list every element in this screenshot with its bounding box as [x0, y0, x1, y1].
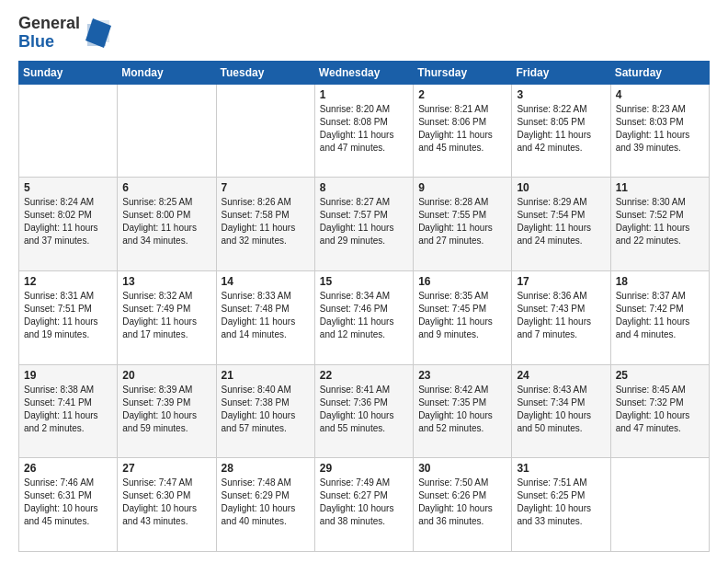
- weekday-tuesday: Tuesday: [216, 61, 314, 84]
- day-info-22: Sunrise: 8:41 AM Sunset: 7:36 PM Dayligh…: [320, 384, 408, 435]
- day-number-21: 21: [222, 369, 310, 382]
- weekday-saturday: Saturday: [610, 61, 709, 84]
- day-cell-18: 18Sunrise: 8:37 AM Sunset: 7:42 PM Dayli…: [610, 270, 709, 364]
- day-cell-20: 20Sunrise: 8:39 AM Sunset: 7:39 PM Dayli…: [118, 364, 216, 458]
- day-info-21: Sunrise: 8:40 AM Sunset: 7:38 PM Dayligh…: [222, 384, 310, 435]
- day-number-2: 2: [418, 88, 506, 101]
- day-cell-3: 3Sunrise: 8:22 AM Sunset: 8:05 PM Daylig…: [512, 84, 610, 178]
- day-info-14: Sunrise: 8:33 AM Sunset: 7:48 PM Dayligh…: [222, 290, 310, 341]
- day-info-2: Sunrise: 8:21 AM Sunset: 8:06 PM Dayligh…: [418, 103, 506, 155]
- week-row-3: 12Sunrise: 8:31 AM Sunset: 7:51 PM Dayli…: [19, 270, 710, 364]
- day-info-28: Sunrise: 7:48 AM Sunset: 6:29 PM Dayligh…: [222, 477, 310, 528]
- day-cell-13: 13Sunrise: 8:32 AM Sunset: 7:49 PM Dayli…: [118, 270, 216, 364]
- day-info-1: Sunrise: 8:20 AM Sunset: 8:08 PM Dayligh…: [320, 103, 408, 155]
- day-cell-29: 29Sunrise: 7:49 AM Sunset: 6:27 PM Dayli…: [314, 458, 413, 552]
- day-info-5: Sunrise: 8:24 AM Sunset: 8:02 PM Dayligh…: [24, 196, 112, 247]
- day-number-16: 16: [418, 275, 506, 288]
- logo-icon: [84, 17, 113, 50]
- day-number-25: 25: [616, 369, 704, 382]
- day-cell-7: 7Sunrise: 8:26 AM Sunset: 7:58 PM Daylig…: [216, 178, 314, 271]
- day-cell-25: 25Sunrise: 8:45 AM Sunset: 7:32 PM Dayli…: [610, 364, 709, 458]
- day-number-17: 17: [517, 275, 605, 288]
- day-info-25: Sunrise: 8:45 AM Sunset: 7:32 PM Dayligh…: [616, 384, 704, 435]
- day-cell-14: 14Sunrise: 8:33 AM Sunset: 7:48 PM Dayli…: [216, 270, 314, 364]
- day-number-11: 11: [616, 181, 704, 194]
- week-row-2: 5Sunrise: 8:24 AM Sunset: 8:02 PM Daylig…: [19, 178, 710, 271]
- day-info-26: Sunrise: 7:46 AM Sunset: 6:31 PM Dayligh…: [24, 477, 112, 528]
- header: General Blue: [18, 15, 710, 52]
- day-cell-23: 23Sunrise: 8:42 AM Sunset: 7:35 PM Dayli…: [414, 364, 512, 458]
- weekday-wednesday: Wednesday: [314, 61, 413, 84]
- day-info-29: Sunrise: 7:49 AM Sunset: 6:27 PM Dayligh…: [320, 477, 408, 528]
- empty-cell: [118, 84, 216, 178]
- day-cell-11: 11Sunrise: 8:30 AM Sunset: 7:52 PM Dayli…: [610, 178, 709, 271]
- logo-blue: Blue: [18, 32, 54, 51]
- weekday-sunday: Sunday: [19, 61, 118, 84]
- day-cell-15: 15Sunrise: 8:34 AM Sunset: 7:46 PM Dayli…: [314, 270, 413, 364]
- day-cell-28: 28Sunrise: 7:48 AM Sunset: 6:29 PM Dayli…: [216, 458, 314, 552]
- day-info-11: Sunrise: 8:30 AM Sunset: 7:52 PM Dayligh…: [616, 196, 704, 247]
- day-number-9: 9: [418, 181, 506, 194]
- day-number-26: 26: [24, 462, 112, 475]
- page: General Blue SundayMondayTuesdayWednesda…: [0, 0, 728, 563]
- day-cell-9: 9Sunrise: 8:28 AM Sunset: 7:55 PM Daylig…: [414, 178, 512, 271]
- empty-cell: [216, 84, 314, 178]
- day-cell-10: 10Sunrise: 8:29 AM Sunset: 7:54 PM Dayli…: [512, 178, 610, 271]
- day-number-5: 5: [24, 181, 112, 194]
- day-info-3: Sunrise: 8:22 AM Sunset: 8:05 PM Dayligh…: [517, 103, 605, 155]
- weekday-header-row: SundayMondayTuesdayWednesdayThursdayFrid…: [19, 61, 710, 84]
- day-cell-6: 6Sunrise: 8:25 AM Sunset: 8:00 PM Daylig…: [118, 178, 216, 271]
- day-number-29: 29: [320, 462, 408, 475]
- day-info-8: Sunrise: 8:27 AM Sunset: 7:57 PM Dayligh…: [320, 196, 408, 247]
- day-info-12: Sunrise: 8:31 AM Sunset: 7:51 PM Dayligh…: [24, 290, 112, 341]
- day-cell-17: 17Sunrise: 8:36 AM Sunset: 7:43 PM Dayli…: [512, 270, 610, 364]
- day-info-24: Sunrise: 8:43 AM Sunset: 7:34 PM Dayligh…: [517, 384, 605, 435]
- week-row-4: 19Sunrise: 8:38 AM Sunset: 7:41 PM Dayli…: [19, 364, 710, 458]
- day-number-14: 14: [222, 275, 310, 288]
- day-info-18: Sunrise: 8:37 AM Sunset: 7:42 PM Dayligh…: [616, 290, 704, 341]
- day-cell-12: 12Sunrise: 8:31 AM Sunset: 7:51 PM Dayli…: [19, 270, 118, 364]
- day-number-22: 22: [320, 369, 408, 382]
- day-info-4: Sunrise: 8:23 AM Sunset: 8:03 PM Dayligh…: [616, 103, 704, 155]
- day-cell-26: 26Sunrise: 7:46 AM Sunset: 6:31 PM Dayli…: [19, 458, 118, 552]
- day-info-23: Sunrise: 8:42 AM Sunset: 7:35 PM Dayligh…: [418, 384, 506, 435]
- day-cell-21: 21Sunrise: 8:40 AM Sunset: 7:38 PM Dayli…: [216, 364, 314, 458]
- day-number-27: 27: [122, 462, 210, 475]
- day-number-15: 15: [320, 275, 408, 288]
- day-number-6: 6: [122, 181, 210, 194]
- day-number-23: 23: [418, 369, 506, 382]
- day-number-19: 19: [24, 369, 112, 382]
- day-info-27: Sunrise: 7:47 AM Sunset: 6:30 PM Dayligh…: [122, 477, 210, 528]
- weekday-thursday: Thursday: [414, 61, 512, 84]
- day-info-17: Sunrise: 8:36 AM Sunset: 7:43 PM Dayligh…: [517, 290, 605, 341]
- week-row-5: 26Sunrise: 7:46 AM Sunset: 6:31 PM Dayli…: [19, 458, 710, 552]
- day-info-20: Sunrise: 8:39 AM Sunset: 7:39 PM Dayligh…: [122, 384, 210, 435]
- day-cell-5: 5Sunrise: 8:24 AM Sunset: 8:02 PM Daylig…: [19, 178, 118, 271]
- day-number-10: 10: [517, 181, 605, 194]
- day-cell-24: 24Sunrise: 8:43 AM Sunset: 7:34 PM Dayli…: [512, 364, 610, 458]
- day-cell-16: 16Sunrise: 8:35 AM Sunset: 7:45 PM Dayli…: [414, 270, 512, 364]
- day-number-20: 20: [122, 369, 210, 382]
- day-number-24: 24: [517, 369, 605, 382]
- day-number-3: 3: [517, 88, 605, 101]
- day-info-15: Sunrise: 8:34 AM Sunset: 7:46 PM Dayligh…: [320, 290, 408, 341]
- day-number-28: 28: [222, 462, 310, 475]
- logo-general: General: [18, 14, 80, 32]
- day-cell-30: 30Sunrise: 7:50 AM Sunset: 6:26 PM Dayli…: [414, 458, 512, 552]
- day-info-19: Sunrise: 8:38 AM Sunset: 7:41 PM Dayligh…: [24, 384, 112, 435]
- empty-cell: [19, 84, 118, 178]
- day-info-31: Sunrise: 7:51 AM Sunset: 6:25 PM Dayligh…: [517, 477, 605, 528]
- weekday-monday: Monday: [118, 61, 216, 84]
- day-info-13: Sunrise: 8:32 AM Sunset: 7:49 PM Dayligh…: [122, 290, 210, 341]
- day-cell-1: 1Sunrise: 8:20 AM Sunset: 8:08 PM Daylig…: [314, 84, 413, 178]
- day-info-6: Sunrise: 8:25 AM Sunset: 8:00 PM Dayligh…: [122, 196, 210, 247]
- day-number-1: 1: [320, 88, 408, 101]
- day-info-9: Sunrise: 8:28 AM Sunset: 7:55 PM Dayligh…: [418, 196, 506, 247]
- day-cell-19: 19Sunrise: 8:38 AM Sunset: 7:41 PM Dayli…: [19, 364, 118, 458]
- day-cell-31: 31Sunrise: 7:51 AM Sunset: 6:25 PM Dayli…: [512, 458, 610, 552]
- day-info-10: Sunrise: 8:29 AM Sunset: 7:54 PM Dayligh…: [517, 196, 605, 247]
- day-number-8: 8: [320, 181, 408, 194]
- day-cell-27: 27Sunrise: 7:47 AM Sunset: 6:30 PM Dayli…: [118, 458, 216, 552]
- day-cell-8: 8Sunrise: 8:27 AM Sunset: 7:57 PM Daylig…: [314, 178, 413, 271]
- day-info-7: Sunrise: 8:26 AM Sunset: 7:58 PM Dayligh…: [222, 196, 310, 247]
